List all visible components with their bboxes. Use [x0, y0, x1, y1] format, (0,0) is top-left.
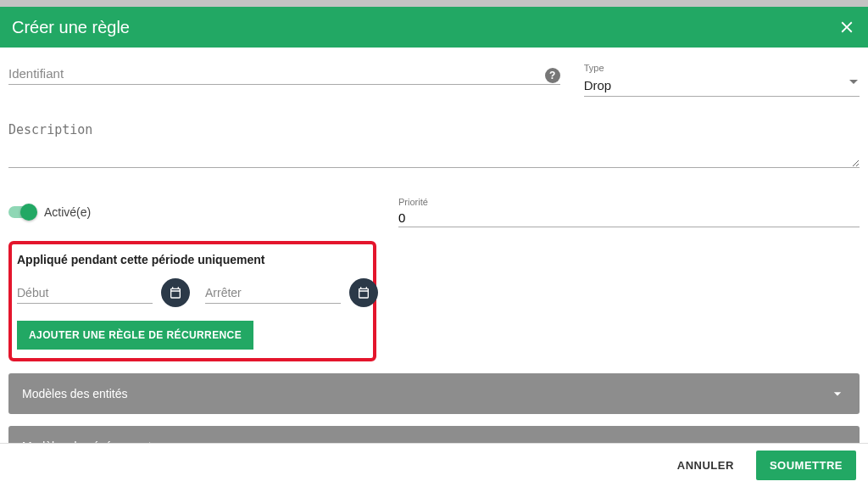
- stop-date-calendar-button[interactable]: [349, 278, 378, 307]
- stop-date-input[interactable]: [205, 283, 341, 304]
- type-label: Type: [584, 63, 860, 73]
- close-icon[interactable]: [837, 18, 856, 36]
- cancel-button[interactable]: ANNULER: [667, 452, 744, 479]
- entities-accordion[interactable]: Modèles des entités: [8, 373, 860, 414]
- background-table-header: [0, 0, 868, 7]
- dropdown-arrow-icon: [849, 80, 858, 84]
- modal-body: ? Type Drop Activé(e) Priorité 0: [0, 48, 868, 443]
- period-section: Appliqué pendant cette période uniquemen…: [8, 241, 376, 361]
- start-date-input[interactable]: [17, 283, 153, 304]
- modal-title: Créer une règle: [12, 18, 130, 37]
- period-section-title: Appliqué pendant cette période uniquemen…: [17, 253, 364, 266]
- toggle-knob: [20, 204, 37, 221]
- active-toggle[interactable]: [8, 206, 36, 218]
- description-input[interactable]: [8, 119, 860, 168]
- active-toggle-row: Activé(e): [8, 197, 364, 227]
- modal-header: Créer une règle: [0, 7, 868, 48]
- identifiant-input[interactable]: [8, 63, 560, 85]
- modal-footer: ANNULER SOUMETTRE: [0, 443, 868, 487]
- create-rule-modal: Créer une règle ? Type Drop: [0, 7, 868, 487]
- calendar-icon: [169, 286, 182, 299]
- events-accordion[interactable]: Modèles des événements: [8, 426, 860, 443]
- calendar-icon: [357, 286, 370, 299]
- priority-label: Priorité: [398, 197, 860, 207]
- priority-input[interactable]: 0: [398, 209, 860, 227]
- add-recurrence-button[interactable]: AJOUTER UNE RÈGLE DE RÉCURRENCE: [17, 321, 253, 350]
- start-date-calendar-button[interactable]: [161, 278, 190, 307]
- help-icon[interactable]: ?: [545, 68, 560, 83]
- submit-button[interactable]: SOUMETTRE: [756, 451, 856, 480]
- active-label: Activé(e): [44, 205, 91, 219]
- chevron-down-icon: [829, 385, 846, 402]
- entities-accordion-label: Modèles des entités: [22, 387, 128, 400]
- type-select[interactable]: Drop: [584, 75, 860, 97]
